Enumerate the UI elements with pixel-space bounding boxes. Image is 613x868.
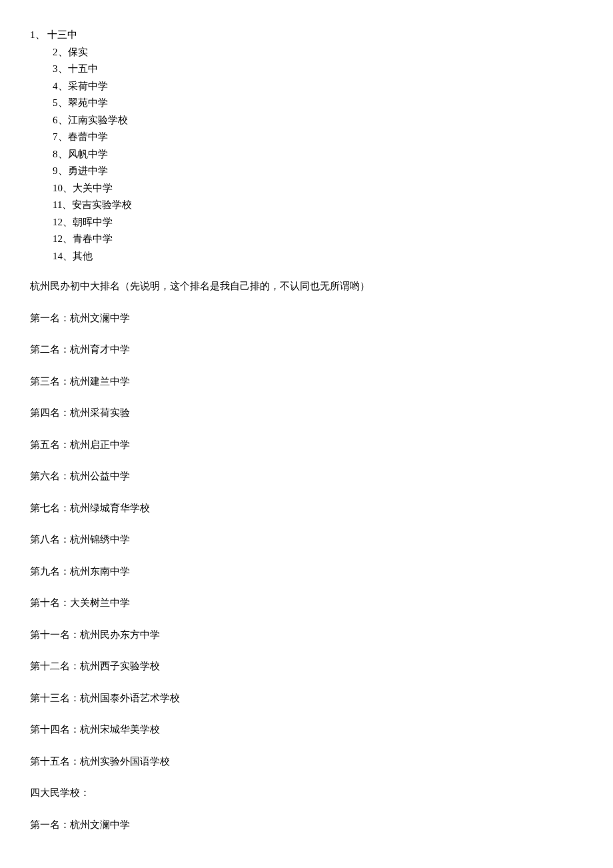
list-item: 4、采荷中学: [53, 78, 583, 95]
rank-item: 第七名：杭州绿城育华学校: [30, 500, 583, 517]
list-item: 9、勇进中学: [53, 163, 583, 180]
item-number: 7: [53, 131, 58, 142]
rank-item: 第二名：杭州育才中学: [30, 341, 583, 359]
rank-item: 第九名：杭州东南中学: [30, 563, 583, 581]
rank-item: 第一名：杭州文澜中学: [30, 310, 583, 327]
rank-item: 第三名：杭州建兰中学: [30, 373, 583, 391]
item-number: 4: [53, 81, 58, 91]
item-name: 安吉实验学校: [72, 199, 132, 210]
item-name: 江南实验学校: [68, 115, 128, 125]
item-number: 1: [30, 29, 35, 40]
list-item: 10、大关中学: [53, 180, 583, 197]
item-number: 2: [53, 47, 58, 57]
list-item: 3、十五中: [53, 61, 583, 78]
list-item: 14、其他: [53, 248, 583, 265]
item-sep: 、: [63, 251, 73, 261]
item-name: 春蕾中学: [68, 131, 108, 142]
list-item: 12、青春中学: [53, 231, 583, 248]
item-sep: 、: [58, 165, 68, 176]
item-number: 3: [53, 63, 58, 74]
item-sep: 、: [58, 115, 68, 125]
item-sep: 、: [58, 63, 68, 74]
item-sep: 、: [63, 217, 73, 227]
private-ranking-list: 第一名：杭州文澜中学 第二名：杭州育才中学 第三名：杭州建兰中学 第四名：杭州采…: [30, 310, 583, 771]
item-number: 14: [53, 251, 63, 261]
private-ranking-heading: 杭州民办初中大排名（先说明，这个排名是我自己排的，不认同也无所谓哟）: [30, 278, 583, 295]
list-item: 1、 十三中: [30, 27, 583, 44]
item-number: 9: [53, 165, 58, 176]
list-item: 12、朝晖中学: [53, 214, 583, 231]
item-sep: 、: [58, 97, 68, 108]
big4-heading: 四大民学校：: [30, 785, 583, 802]
item-sep: 、: [58, 131, 68, 142]
list-item: 2、保实: [53, 44, 583, 61]
item-name: 大关中学: [73, 183, 113, 193]
item-number: 11: [53, 199, 62, 210]
item-number: 8: [53, 149, 58, 159]
item-number: 12: [53, 217, 63, 227]
public-school-list: 1、 十三中 2、保实 3、十五中 4、采荷中学 5、翠苑中学 6、江南实验学校…: [30, 27, 583, 265]
item-sep: 、: [62, 199, 72, 210]
rank-item: 第十四名：杭州宋城华美学校: [30, 721, 583, 739]
rank-item: 第十名：大关树兰中学: [30, 595, 583, 612]
item-name: 朝晖中学: [73, 217, 113, 227]
big4-list: 第一名：杭州文澜中学: [30, 817, 583, 834]
item-name: 采荷中学: [68, 81, 108, 91]
item-name: 风帆中学: [68, 149, 108, 159]
item-sep: 、: [58, 47, 68, 57]
item-name: 保实: [68, 47, 88, 57]
item-number: 12: [53, 233, 63, 244]
rank-item: 第十二名：杭州西子实验学校: [30, 658, 583, 675]
rank-item: 第十一名：杭州民办东方中学: [30, 627, 583, 644]
item-sep: 、: [35, 29, 45, 40]
list-item: 11、安吉实验学校: [53, 197, 583, 214]
rank-item: 第六名：杭州公益中学: [30, 468, 583, 485]
item-number: 6: [53, 115, 58, 125]
item-sep: 、: [63, 233, 73, 244]
list-item: 8、风帆中学: [53, 146, 583, 163]
rank-item: 第十五名：杭州实验外国语学校: [30, 753, 583, 771]
list-item: 6、江南实验学校: [53, 112, 583, 129]
item-sep: 、: [58, 81, 68, 91]
item-name: 翠苑中学: [68, 97, 108, 108]
rank-item: 第八名：杭州锦绣中学: [30, 531, 583, 549]
item-sep: 、: [63, 183, 73, 193]
list-item: 7、春蕾中学: [53, 129, 583, 146]
item-sep: 、: [58, 149, 68, 159]
rank-item: 第一名：杭州文澜中学: [30, 817, 583, 834]
rank-item: 第五名：杭州启正中学: [30, 437, 583, 454]
item-name: 十五中: [68, 63, 98, 74]
item-name: 其他: [73, 251, 93, 261]
list-item: 5、翠苑中学: [53, 95, 583, 112]
rank-item: 第十三名：杭州国泰外语艺术学校: [30, 690, 583, 707]
item-number: 5: [53, 97, 58, 108]
rank-item: 第四名：杭州采荷实验: [30, 405, 583, 422]
item-name: 十三中: [47, 29, 77, 40]
item-name: 青春中学: [73, 233, 113, 244]
item-number: 10: [53, 183, 63, 193]
item-name: 勇进中学: [68, 165, 108, 176]
